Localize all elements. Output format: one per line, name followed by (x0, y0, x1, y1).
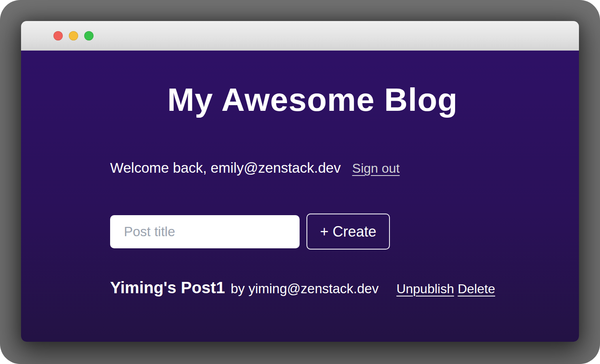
desktop-backdrop: My Awesome Blog Welcome back, emily@zens… (0, 0, 600, 364)
delete-link[interactable]: Delete (457, 281, 495, 296)
app-window: My Awesome Blog Welcome back, emily@zens… (21, 21, 579, 342)
post-byline: by yiming@zenstack.dev (231, 281, 379, 297)
unpublish-link[interactable]: Unpublish (396, 281, 454, 296)
blog-page: My Awesome Blog Welcome back, emily@zens… (21, 51, 579, 342)
create-post-button[interactable]: + Create (306, 214, 390, 250)
post-title: Yiming's Post1 (110, 278, 225, 297)
user-bar: Welcome back, emily@zenstack.dev Sign ou… (110, 159, 515, 176)
window-titlebar[interactable] (21, 21, 579, 51)
post-title-input[interactable] (110, 215, 300, 248)
close-button[interactable] (53, 31, 63, 40)
zoom-button[interactable] (84, 31, 94, 40)
welcome-text: Welcome back, emily@zenstack.dev (110, 159, 341, 176)
content-column: My Awesome Blog Welcome back, emily@zens… (110, 51, 515, 297)
post-actions: Unpublish Delete (396, 281, 495, 296)
sign-out-link[interactable]: Sign out (352, 161, 400, 176)
post-list-item: Yiming's Post1 by yiming@zenstack.dev Un… (110, 278, 515, 297)
page-title: My Awesome Blog (110, 51, 515, 120)
minimize-button[interactable] (69, 31, 78, 40)
create-post-form: + Create (110, 214, 515, 250)
